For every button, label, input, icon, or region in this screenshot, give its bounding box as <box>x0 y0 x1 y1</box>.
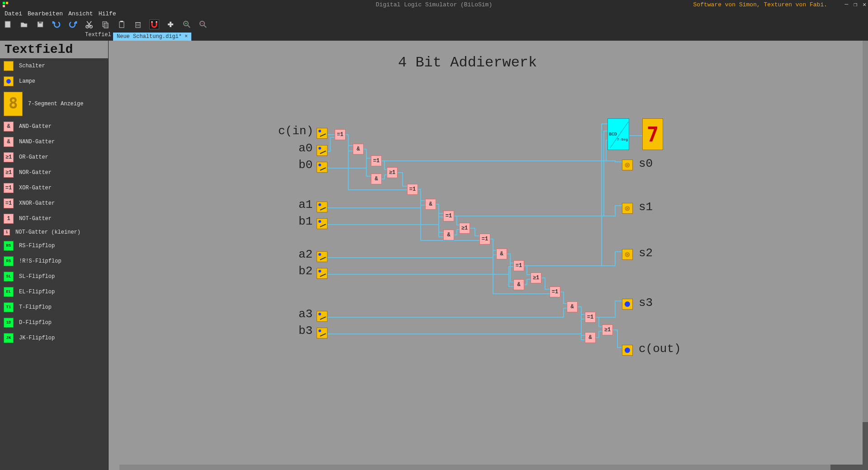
input-label-a0: a0 <box>299 141 313 155</box>
palette-label: NOT-Gatter (kleiner) <box>15 229 81 235</box>
gate-9[interactable]: & <box>443 230 454 240</box>
new-file-icon[interactable] <box>3 19 13 29</box>
palette-item-dff[interactable]: 1DD-Flipflop <box>0 315 108 330</box>
palette-item-slff[interactable]: SLSL-Flipflop <box>0 269 108 284</box>
palette-item-xor[interactable]: =1XOR-Gatter <box>0 180 108 196</box>
palette-label: NOR-Gatter <box>19 169 52 176</box>
menu-edit[interactable]: Bearbeiten <box>25 9 66 18</box>
save-file-icon[interactable] <box>35 19 45 29</box>
menu-help[interactable]: Hilfe <box>96 9 119 18</box>
jkff-icon: JK <box>4 333 14 343</box>
switch-cin[interactable] <box>317 128 327 139</box>
open-file-icon[interactable] <box>19 19 29 29</box>
undo-icon[interactable] <box>52 19 62 29</box>
canvas-wrapper: 4 Bit Addierwerk <box>109 41 868 470</box>
palette-item-not[interactable]: 1NOT-Gatter <box>0 211 108 226</box>
switch-a0[interactable] <box>317 145 327 156</box>
tab-close-icon[interactable]: × <box>185 33 188 40</box>
gate-18[interactable]: ≥1 <box>602 324 613 335</box>
gate-19[interactable]: & <box>585 332 596 343</box>
gate-10[interactable]: =1 <box>479 234 490 244</box>
palette-item-tff[interactable]: T1T-Flipflop <box>0 300 108 315</box>
switch-b0[interactable] <box>317 162 327 173</box>
cut-icon[interactable] <box>84 19 94 29</box>
switch-b3[interactable] <box>317 328 327 338</box>
gate-11[interactable]: & <box>496 249 507 259</box>
switch-a2[interactable] <box>317 251 327 262</box>
bcd-decoder[interactable]: BCD 7-Seg <box>607 118 629 150</box>
gate-2[interactable]: =1 <box>371 155 382 166</box>
paste-icon[interactable] <box>117 19 127 29</box>
horizontal-scrollbar[interactable] <box>119 465 868 470</box>
output-label-s2: s2 <box>639 246 653 260</box>
palette-item-not-sm[interactable]: 1NOT-Gatter (kleiner) <box>0 226 108 238</box>
gate-13[interactable]: ≥1 <box>531 273 541 283</box>
copy-icon[interactable] <box>100 19 110 29</box>
switch-b2[interactable] <box>317 268 327 279</box>
switch-a1[interactable] <box>317 202 327 212</box>
palette-item-or[interactable]: ≥1OR-Gatter <box>0 150 108 165</box>
palette-item-lampe[interactable]: Lampe <box>0 74 108 89</box>
or-icon: ≥1 <box>4 152 14 162</box>
canvas[interactable]: 4 Bit Addierwerk <box>109 41 859 465</box>
palette-item-elff[interactable]: ELEL-Flipflop <box>0 284 108 300</box>
gate-15[interactable]: =1 <box>550 287 560 297</box>
palette-item-schalter[interactable]: Schalter <box>0 58 108 74</box>
svg-rect-0 <box>3 2 5 4</box>
menu-file[interactable]: Datei <box>2 9 25 18</box>
zoom-out-icon[interactable] <box>198 19 208 29</box>
svg-rect-5 <box>39 22 42 24</box>
lamp-s0[interactable] <box>622 160 633 170</box>
lamp-s2[interactable] <box>622 249 633 260</box>
palette-item-irsff[interactable]: RS!R!S-Flipflop <box>0 254 108 269</box>
wire-layer <box>109 41 859 465</box>
zoom-in-icon[interactable] <box>182 19 192 29</box>
schalter-icon <box>4 61 14 71</box>
lamp-s3[interactable] <box>622 299 633 310</box>
slff-icon: SL <box>4 272 14 282</box>
gate-1[interactable]: & <box>353 144 364 155</box>
title-bar: Digital Logic Simulator (BiLoSim) Softwa… <box>0 0 868 9</box>
palette-item-nand[interactable]: &NAND-Gatter <box>0 134 108 150</box>
add-icon[interactable] <box>166 19 175 29</box>
menu-view[interactable]: Ansicht <box>66 9 96 18</box>
palette-item-7seg[interactable]: 7-Segment Anzeige <box>0 89 108 119</box>
palette-item-nor[interactable]: ≥1NOR-Gatter <box>0 165 108 180</box>
vertical-scrollbar[interactable] <box>863 41 868 465</box>
palette-item-jkff[interactable]: JKJK-Flipflop <box>0 330 108 346</box>
tab-neue-schaltung[interactable]: Neue Schaltung.digi* × <box>113 33 191 41</box>
magnet-icon[interactable] <box>149 19 159 29</box>
gate-5[interactable]: =1 <box>407 184 418 195</box>
credits-text: Software von Simon, Texturen von Fabi. <box>693 1 827 8</box>
redo-icon[interactable] <box>68 19 78 29</box>
gate-14[interactable]: & <box>513 279 524 290</box>
switch-a3[interactable] <box>317 311 327 322</box>
delete-icon[interactable] <box>133 19 143 29</box>
gate-7[interactable]: =1 <box>443 211 454 221</box>
gate-3[interactable]: ≥1 <box>387 167 398 178</box>
lamp-cout[interactable] <box>622 345 633 356</box>
palette-item-xnor[interactable]: =1XNOR-Gatter <box>0 196 108 211</box>
palette-label: XNOR-Gatter <box>19 200 55 207</box>
input-label-b2: b2 <box>299 264 313 278</box>
gate-16[interactable]: & <box>567 301 578 312</box>
gate-4[interactable]: & <box>371 174 382 184</box>
gate-6[interactable]: & <box>425 199 436 210</box>
seven-segment-display[interactable]: 7 <box>642 118 663 150</box>
gate-12[interactable]: =1 <box>513 260 524 271</box>
palette-item-rsff[interactable]: RSRS-Flipflop <box>0 238 108 254</box>
gate-8[interactable]: ≥1 <box>459 223 470 234</box>
maximize-icon[interactable]: ❐ <box>854 1 857 8</box>
tab-label: Neue Schaltung.digi* <box>117 33 182 40</box>
palette-label: XOR-Gatter <box>19 185 52 191</box>
lamp-s1[interactable] <box>622 203 633 214</box>
and-icon: & <box>4 122 14 132</box>
output-label-s0: s0 <box>639 157 653 170</box>
close-icon[interactable]: ✕ <box>863 1 866 8</box>
minimize-icon[interactable]: — <box>845 1 849 8</box>
switch-b1[interactable] <box>317 218 327 229</box>
palette-item-and[interactable]: &AND-Gatter <box>0 119 108 134</box>
gate-0[interactable]: =1 <box>335 129 346 140</box>
svg-rect-3 <box>5 21 10 28</box>
gate-17[interactable]: =1 <box>585 312 596 323</box>
